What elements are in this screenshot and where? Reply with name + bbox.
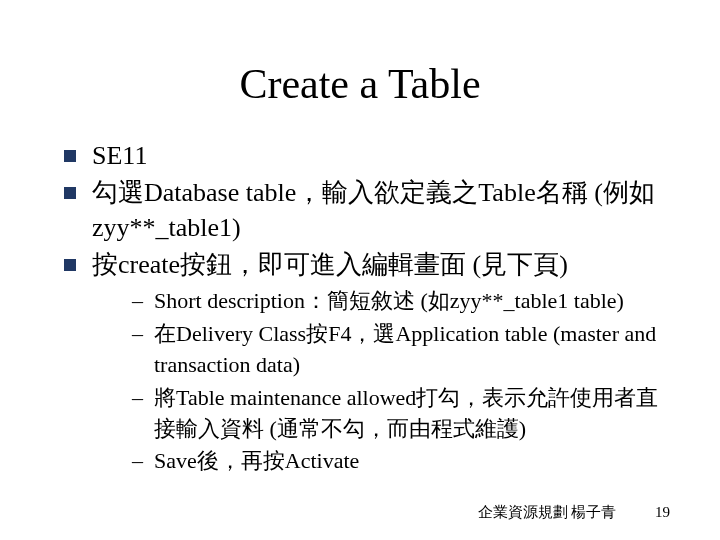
sub-bullet-item: 在Delivery Class按F4，選Application table (m… [132,319,670,381]
sub-bullet-text: 將Table maintenance allowed打勾，表示允許使用者直接輸入… [154,385,658,441]
slide: Create a Table SE11 勾選Database table，輸入欲… [0,0,720,540]
sub-bullet-list: Short description：簡短敘述 (如zyy**_table1 ta… [132,286,670,477]
footer-credit: 企業資源規劃 楊子青 [478,503,617,522]
sub-bullet-item: Save後，再按Activate [132,446,670,477]
bullet-text: 按create按鈕，即可進入編輯畫面 (見下頁) [92,250,568,279]
sub-bullet-item: 將Table maintenance allowed打勾，表示允許使用者直接輸入… [132,383,670,445]
bullet-text: SE11 [92,141,147,170]
page-number: 19 [650,504,670,521]
bullet-item: SE11 [60,138,670,173]
sub-bullet-text: Save後，再按Activate [154,448,359,473]
sub-bullet-text: Short description：簡短敘述 (如zyy**_table1 ta… [154,288,624,313]
main-bullet-list: SE11 勾選Database table，輸入欲定義之Table名稱 (例如z… [60,138,670,477]
slide-title: Create a Table [50,60,670,108]
bullet-text: 勾選Database table，輸入欲定義之Table名稱 (例如zyy**_… [92,178,655,242]
sub-bullet-item: Short description：簡短敘述 (如zyy**_table1 ta… [132,286,670,317]
footer: 企業資源規劃 楊子青 19 [0,503,720,522]
bullet-item: 勾選Database table，輸入欲定義之Table名稱 (例如zyy**_… [60,175,670,245]
bullet-item: 按create按鈕，即可進入編輯畫面 (見下頁) Short descripti… [60,247,670,477]
sub-bullet-text: 在Delivery Class按F4，選Application table (m… [154,321,656,377]
